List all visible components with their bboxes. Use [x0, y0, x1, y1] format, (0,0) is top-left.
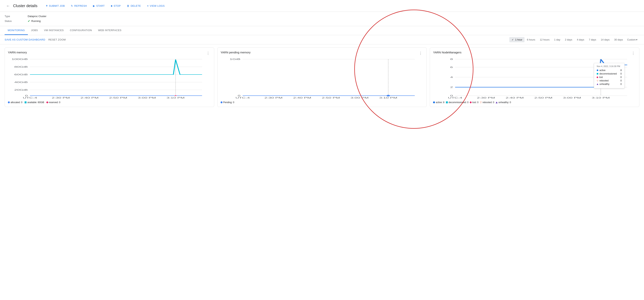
chart-legend: allocated: 0 available: 60GiB reserved: … [8, 101, 211, 104]
back-button[interactable]: ← [4, 2, 12, 9]
time-custom-button[interactable]: Custom ▾ [625, 37, 640, 42]
chart-menu-button-pending[interactable]: ⋮ [418, 51, 424, 56]
check-icon: ✓ [512, 38, 514, 41]
legend-dot-active [433, 102, 435, 103]
status-icon: ✔ [28, 19, 30, 23]
tooltip-time: Nov 4, 2022, 3:16:30 PM [597, 65, 622, 68]
svg-text:2:40 PM: 2:40 PM [80, 96, 98, 99]
tabs-bar: MONITORING JOBS VM INSTANCES CONFIGURATI… [0, 26, 644, 35]
tooltip-diamond-lost [596, 76, 598, 78]
submit-job-button[interactable]: + SUBMIT JOB [44, 3, 67, 9]
legend-diamond-lost [470, 101, 472, 103]
svg-text:80GiB: 80GiB [14, 66, 28, 68]
chart-header-nm: YARN NodeManagers ⋮ [433, 51, 636, 56]
refresh-icon: ↻ [71, 4, 73, 7]
chart-menu-button[interactable]: ⋮ [205, 51, 211, 56]
page-title: Cluster details [13, 4, 38, 8]
time-2days-button[interactable]: 2 days [562, 37, 574, 42]
tooltip-row-unhealthy: unhealthy 0 [597, 83, 622, 86]
tooltip-row-lost: lost 0 [597, 76, 622, 78]
legend-reserved: reserved: 0 [46, 101, 60, 104]
legend-pending: Pending: 0 [220, 101, 234, 104]
view-logs-button[interactable]: ≡ VIEW LOGS [145, 3, 167, 8]
tooltip-dot-active [597, 70, 598, 71]
svg-text:3:00 PM: 3:00 PM [563, 96, 581, 99]
chart-tooltip: Nov 4, 2022, 3:16:30 PM active 8 decommi… [594, 63, 624, 88]
time-30days-button[interactable]: 30 days [612, 37, 625, 42]
chart-header: YARN memory ⋮ [8, 51, 211, 56]
start-button[interactable]: ▶ START [91, 3, 107, 8]
chart-svg: 100GiB 80GiB 60GiB 40GiB 20GiB 0 UTC-4 2… [8, 57, 211, 100]
chart-menu-button-nm[interactable]: ⋮ [630, 51, 636, 56]
time-14days-button[interactable]: 14 days [598, 37, 612, 42]
svg-text:2:30 PM: 2:30 PM [52, 96, 70, 99]
tab-web-interfaces[interactable]: WEB INTERFACES [95, 26, 124, 35]
tooltip-square-decommissioned [597, 73, 598, 74]
time-6hours-button[interactable]: 6 hours [524, 37, 537, 42]
svg-text:3:10 PM: 3:10 PM [592, 96, 610, 99]
refresh-button[interactable]: ↻ REFRESH [68, 3, 89, 8]
logs-icon: ≡ [147, 4, 149, 7]
chart-body-pending: 1GiB 0 UTC-4 2:30 PM 2:40 PM 2:50 PM 3:0… [220, 57, 424, 100]
chart-title: YARN memory [8, 51, 27, 54]
status-value: ✔ Running [28, 19, 40, 23]
chart-title-nm: YARN NodeManagers [433, 51, 461, 54]
tab-monitoring[interactable]: MONITORING [4, 26, 28, 35]
svg-text:2:50 PM: 2:50 PM [534, 96, 552, 99]
svg-text:2:50 PM: 2:50 PM [109, 96, 127, 99]
time-1hour-button[interactable]: ✓ 1 hour [509, 37, 525, 42]
time-12hours-button[interactable]: 12 hours [538, 37, 552, 42]
time-4days-button[interactable]: 4 days [574, 37, 586, 42]
delete-icon: 🗑 [127, 4, 130, 7]
svg-text:1GiB: 1GiB [230, 58, 240, 60]
tab-vm-instances[interactable]: VM INSTANCES [41, 26, 67, 35]
time-1day-button[interactable]: 1 day [552, 37, 562, 42]
chart-legend-pending: Pending: 0 [220, 101, 424, 104]
type-label: Type [4, 15, 28, 18]
reset-zoom-button[interactable]: RESET ZOOM [48, 38, 66, 42]
svg-marker-13 [174, 95, 177, 96]
dashboard-controls: SAVE AS CUSTOM DASHBOARD RESET ZOOM ✓ 1 … [0, 35, 644, 44]
type-value: Dataproc Cluster [28, 15, 46, 18]
legend-decommissioned: decommissioned: 0 [446, 101, 468, 104]
svg-text:2:40 PM: 2:40 PM [506, 96, 524, 99]
toolbar: ← Cluster details + SUBMIT JOB ↻ REFRESH… [0, 0, 644, 12]
tab-configuration[interactable]: CONFIGURATION [67, 26, 95, 35]
svg-text:40GiB: 40GiB [14, 81, 28, 83]
chart-header-pending: YARN pending memory ⋮ [220, 51, 424, 56]
play-icon: ▶ [93, 4, 95, 7]
stop-button[interactable]: ■ STOP [108, 3, 123, 8]
svg-text:100GiB: 100GiB [12, 58, 28, 60]
svg-text:4: 4 [450, 76, 453, 78]
charts-area: YARN memory ⋮ 100GiB 80GiB 60GiB 40GiB 2… [0, 44, 644, 110]
svg-text:2:50 PM: 2:50 PM [322, 96, 340, 99]
legend-dot-allocated [8, 102, 10, 103]
yarn-nodemanagers-chart: YARN NodeManagers ⋮ 8 6 4 2 0 [430, 48, 640, 107]
legend-lost: lost: 0 [470, 101, 478, 104]
delete-button[interactable]: 🗑 DELETE [124, 3, 143, 8]
time-7days-button[interactable]: 7 days [586, 37, 598, 42]
chevron-down-icon: ▾ [636, 38, 638, 41]
chart-legend-nm: active: 8 decommissioned: 0 lost: 0 ▽ re… [433, 101, 636, 104]
legend-square-decommissioned [446, 102, 448, 103]
tooltip-arrow-rebooted: ▽ [597, 80, 598, 82]
legend-diamond-reserved [46, 101, 48, 103]
type-row: Type Dataproc Cluster [4, 14, 640, 18]
svg-text:8: 8 [450, 58, 453, 60]
tab-jobs[interactable]: JOBS [28, 26, 41, 35]
legend-available: available: 60GiB [24, 101, 44, 104]
status-label: Status [4, 20, 28, 22]
plus-icon: + [46, 4, 48, 8]
legend-square-available [24, 102, 26, 103]
svg-text:3:00 PM: 3:00 PM [350, 96, 368, 99]
legend-unhealthy: unhealthy: 0 [496, 101, 511, 104]
yarn-pending-memory-chart: YARN pending memory ⋮ 1GiB 0 UTC-4 2:30 … [217, 48, 427, 107]
save-dashboard-button[interactable]: SAVE AS CUSTOM DASHBOARD [4, 38, 45, 42]
time-range-controls: ✓ 1 hour 6 hours 12 hours 1 day 2 days 4… [509, 37, 640, 42]
svg-text:60GiB: 60GiB [14, 73, 28, 76]
tooltip-row-decommissioned: decommissioned 0 [597, 72, 622, 75]
svg-text:UTC-4: UTC-4 [23, 96, 37, 99]
svg-text:20GiB: 20GiB [14, 89, 28, 91]
legend-dot-pending [220, 102, 222, 103]
tooltip-triangle-unhealthy [597, 83, 598, 85]
